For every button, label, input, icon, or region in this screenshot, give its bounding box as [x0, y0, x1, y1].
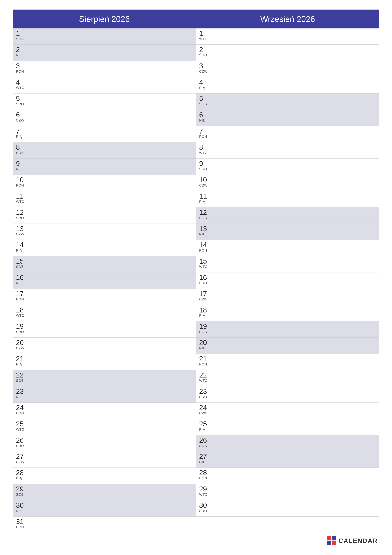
- day-name: ŚRO: [16, 330, 193, 334]
- day-name: PIĄ: [16, 249, 193, 252]
- svg-rect-2: [327, 541, 331, 545]
- day-number: 19: [16, 323, 193, 330]
- day-number: 4: [16, 79, 193, 86]
- day-name: PIĄ: [199, 314, 376, 317]
- day-name: PIĄ: [16, 135, 193, 139]
- day-name: PIĄ: [199, 428, 376, 431]
- day-cell-left-8: 8SOB: [13, 142, 196, 159]
- day-cell-left-15: 15SOB: [13, 256, 196, 272]
- day-number: 10: [199, 176, 376, 183]
- day-name: ŚRO: [199, 395, 376, 399]
- header-row: Sierpień 2026 Wrzesień 2026: [13, 10, 379, 28]
- day-name: WTO: [16, 314, 193, 317]
- day-cell-left-28: 28PIĄ: [13, 468, 196, 484]
- day-cell-right-17: 17CZW: [196, 289, 379, 305]
- day-name: WTO: [199, 151, 376, 154]
- day-number: 18: [16, 307, 193, 314]
- day-number: 26: [199, 437, 376, 444]
- day-cell-left-25: 25WTO: [13, 419, 196, 435]
- day-number: 1: [199, 30, 376, 37]
- day-cell-right-29: 29WTO: [196, 484, 379, 500]
- day-number: 22: [199, 372, 376, 379]
- day-number: 13: [199, 225, 376, 232]
- day-name: WTO: [199, 493, 376, 496]
- day-cell-right-26: 26SOB: [196, 435, 379, 451]
- day-name: CZW: [16, 346, 193, 350]
- day-number: 14: [16, 241, 193, 248]
- day-number: 24: [199, 404, 376, 411]
- day-cell-right-11: 11PIĄ: [196, 191, 379, 207]
- day-name: NIE: [16, 395, 193, 399]
- day-number: 13: [16, 225, 193, 232]
- day-cell-left-18: 18WTO: [13, 305, 196, 321]
- day-number: 2: [199, 46, 376, 53]
- day-number: 18: [199, 307, 376, 314]
- day-name: PIĄ: [199, 200, 376, 204]
- day-number: 8: [199, 144, 376, 151]
- day-name: NIE: [16, 167, 193, 171]
- day-cell-right-20: 20NIE: [196, 337, 379, 354]
- day-name: WTO: [199, 37, 376, 41]
- day-number: 12: [199, 209, 376, 216]
- day-number: 29: [199, 486, 376, 492]
- empty-cell-right: [196, 516, 379, 533]
- svg-rect-3: [332, 541, 336, 545]
- calendar-page: Sierpień 2026 Wrzesień 2026 1SOB1WTO2NIE…: [0, 0, 392, 555]
- day-name: ŚRO: [16, 444, 193, 448]
- logo-icon: [327, 536, 336, 546]
- day-name: WTO: [199, 379, 376, 382]
- day-number: 21: [199, 355, 376, 362]
- day-cell-left-5: 5ŚRO: [13, 93, 196, 110]
- day-name: CZW: [199, 411, 376, 415]
- day-number: 2: [16, 46, 193, 53]
- day-cell-right-13: 13NIE: [196, 224, 379, 240]
- day-number: 17: [16, 290, 193, 297]
- day-cell-right-16: 16ŚRO: [196, 272, 379, 289]
- day-number: 27: [199, 453, 376, 460]
- day-cell-left-22: 22SOB: [13, 370, 196, 386]
- day-name: CZW: [16, 233, 193, 236]
- day-name: PON: [16, 526, 193, 529]
- day-number: 22: [16, 372, 193, 379]
- day-number: 7: [199, 128, 376, 135]
- left-month-header: Sierpień 2026: [13, 10, 196, 28]
- day-name: CZW: [199, 298, 376, 301]
- day-number: 3: [199, 63, 376, 69]
- logo-text: CALENDAR: [339, 537, 378, 544]
- day-number: 11: [199, 193, 376, 200]
- day-cell-right-25: 25PIĄ: [196, 419, 379, 435]
- day-cell-left-6: 6CZW: [13, 110, 196, 126]
- day-number: 9: [16, 160, 193, 167]
- day-cell-right-14: 14PON: [196, 240, 379, 256]
- day-cell-right-30: 30ŚRO: [196, 500, 379, 516]
- day-cell-right-8: 8WTO: [196, 142, 379, 159]
- day-name: PON: [16, 411, 193, 415]
- day-name: SOB: [199, 102, 376, 106]
- calendar-table: Sierpień 2026 Wrzesień 2026 1SOB1WTO2NIE…: [13, 9, 379, 533]
- day-name: NIE: [199, 233, 376, 236]
- day-cell-left-19: 19ŚRO: [13, 321, 196, 337]
- day-cell-left-17: 17PON: [13, 289, 196, 305]
- day-number: 7: [16, 128, 193, 135]
- day-name: ŚRO: [199, 167, 376, 171]
- day-number: 19: [199, 323, 376, 330]
- svg-rect-0: [327, 536, 331, 540]
- day-cell-right-5: 5SOB: [196, 93, 379, 110]
- day-number: 9: [199, 160, 376, 167]
- day-number: 17: [199, 290, 376, 297]
- day-cell-left-23: 23NIE: [13, 386, 196, 403]
- day-number: 28: [199, 469, 376, 476]
- day-cell-left-31: 31PON: [13, 516, 196, 533]
- day-number: 14: [199, 241, 376, 248]
- day-cell-right-22: 22WTO: [196, 370, 379, 386]
- day-cell-left-29: 29SOB: [13, 484, 196, 500]
- day-number: 30: [16, 502, 193, 509]
- day-number: 15: [16, 258, 193, 265]
- day-cell-left-24: 24PON: [13, 402, 196, 419]
- day-cell-right-19: 19SOB: [196, 321, 379, 337]
- day-cell-right-23: 23ŚRO: [196, 386, 379, 403]
- day-number: 8: [16, 144, 193, 151]
- day-name: PON: [16, 70, 193, 73]
- day-number: 16: [199, 274, 376, 281]
- day-name: ŚRO: [199, 281, 376, 285]
